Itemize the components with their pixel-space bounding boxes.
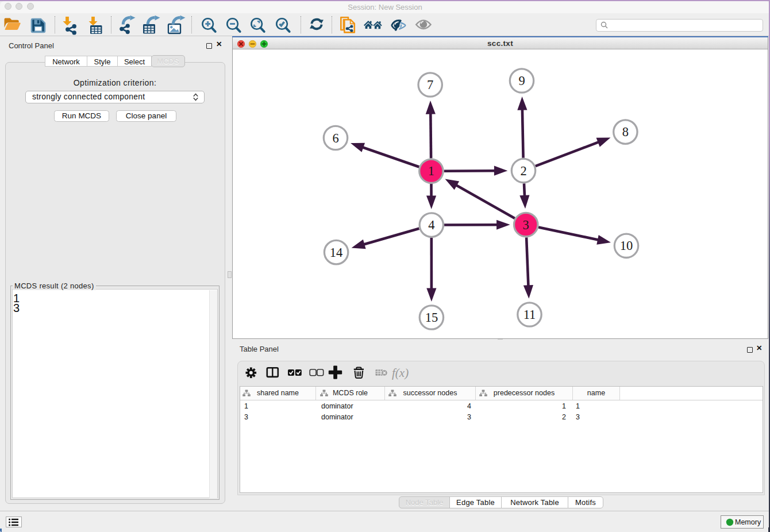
svg-text:2: 2 — [520, 164, 526, 178]
svg-text:3: 3 — [523, 218, 529, 232]
svg-text:9: 9 — [518, 74, 525, 88]
svg-text:7: 7 — [427, 78, 433, 92]
svg-text:15: 15 — [425, 310, 438, 325]
svg-text:1: 1 — [428, 164, 434, 178]
svg-text:14: 14 — [330, 245, 343, 260]
svg-text:10: 10 — [620, 238, 633, 253]
svg-text:f(x): f(x) — [392, 366, 409, 380]
svg-text:4: 4 — [428, 218, 434, 232]
svg-text:8: 8 — [622, 125, 629, 139]
svg-text:11: 11 — [523, 307, 536, 322]
svg-text:6: 6 — [332, 131, 338, 145]
